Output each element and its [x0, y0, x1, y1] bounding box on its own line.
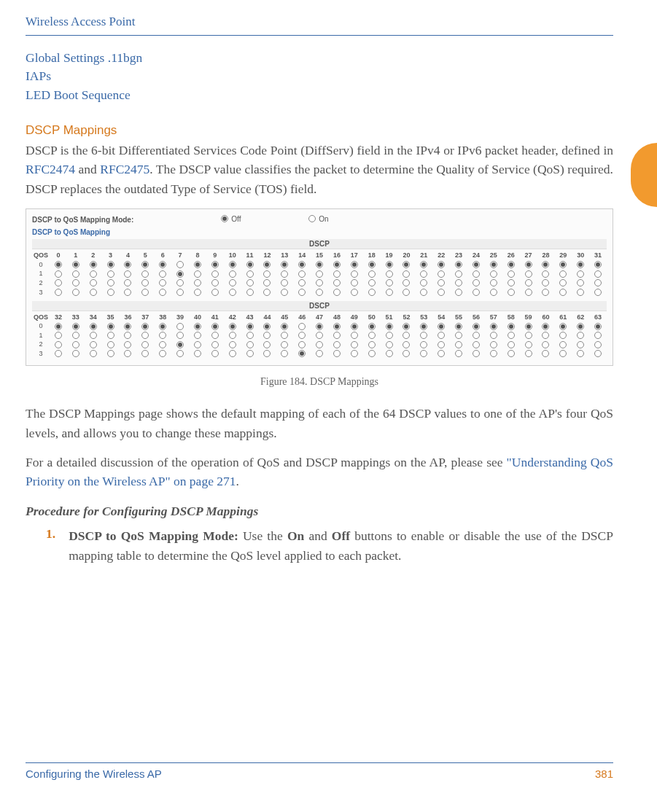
radio-dscp62-qos0[interactable] [577, 323, 584, 330]
radio-dscp36-qos2[interactable] [124, 341, 131, 348]
radio-dscp57-qos1[interactable] [490, 332, 497, 339]
radio-dscp45-qos1[interactable] [281, 332, 288, 339]
link-rfc2474[interactable]: RFC2474 [26, 162, 75, 176]
radio-dscp52-qos3[interactable] [403, 350, 410, 357]
radio-dscp45-qos0[interactable] [281, 323, 288, 330]
radio-dscp23-qos0[interactable] [455, 261, 462, 268]
radio-dscp30-qos3[interactable] [577, 289, 584, 296]
radio-dscp28-qos0[interactable] [542, 261, 549, 268]
radio-dscp58-qos0[interactable] [508, 323, 515, 330]
radio-dscp15-qos0[interactable] [316, 261, 323, 268]
radio-dscp28-qos1[interactable] [542, 270, 549, 278]
radio-dscp1-qos0[interactable] [72, 261, 79, 268]
radio-dscp58-qos2[interactable] [508, 341, 515, 348]
radio-dscp19-qos2[interactable] [386, 279, 393, 286]
radio-dscp46-qos1[interactable] [298, 332, 306, 339]
radio-dscp31-qos1[interactable] [594, 270, 602, 278]
radio-dscp8-qos2[interactable] [194, 279, 201, 286]
radio-dscp34-qos2[interactable] [90, 341, 97, 348]
radio-dscp11-qos0[interactable] [246, 261, 254, 268]
radio-dscp40-qos3[interactable] [194, 350, 201, 357]
radio-dscp57-qos3[interactable] [490, 350, 497, 357]
radio-dscp25-qos2[interactable] [490, 279, 497, 286]
radio-dscp16-qos1[interactable] [333, 270, 341, 278]
radio-dscp42-qos1[interactable] [229, 332, 236, 339]
radio-dscp31-qos0[interactable] [594, 261, 602, 268]
radio-dscp19-qos1[interactable] [386, 270, 393, 278]
radio-dscp56-qos3[interactable] [473, 350, 480, 357]
radio-dscp51-qos3[interactable] [386, 350, 393, 357]
radio-dscp61-qos0[interactable] [559, 323, 567, 330]
radio-dscp20-qos2[interactable] [403, 279, 410, 286]
radio-dscp32-qos3[interactable] [55, 350, 62, 357]
radio-dscp42-qos2[interactable] [229, 341, 236, 348]
radio-dscp26-qos1[interactable] [508, 270, 515, 278]
radio-dscp19-qos0[interactable] [386, 261, 393, 268]
radio-dscp21-qos3[interactable] [420, 289, 427, 296]
radio-dscp39-qos0[interactable] [176, 323, 184, 330]
radio-dscp14-qos0[interactable] [298, 261, 306, 268]
radio-dscp42-qos0[interactable] [229, 323, 236, 330]
radio-dscp18-qos3[interactable] [368, 289, 376, 296]
radio-dscp17-qos1[interactable] [351, 270, 358, 278]
radio-dscp7-qos3[interactable] [176, 289, 184, 296]
radio-dscp61-qos3[interactable] [559, 350, 567, 357]
radio-dscp2-qos2[interactable] [90, 279, 97, 286]
radio-dscp24-qos3[interactable] [473, 289, 480, 296]
radio-dscp62-qos3[interactable] [577, 350, 584, 357]
radio-dscp42-qos3[interactable] [229, 350, 236, 357]
radio-dscp61-qos2[interactable] [559, 341, 567, 348]
radio-dscp2-qos0[interactable] [90, 261, 97, 268]
radio-dscp36-qos3[interactable] [124, 350, 131, 357]
radio-dscp12-qos2[interactable] [263, 279, 271, 286]
radio-dscp38-qos2[interactable] [159, 341, 166, 348]
radio-dscp54-qos0[interactable] [438, 323, 445, 330]
radio-dscp18-qos2[interactable] [368, 279, 376, 286]
radio-dscp63-qos2[interactable] [594, 341, 602, 348]
radio-dscp35-qos0[interactable] [107, 323, 114, 330]
radio-dscp62-qos1[interactable] [577, 332, 584, 339]
xref-iaps[interactable]: IAPs [26, 67, 613, 85]
radio-dscp31-qos2[interactable] [594, 279, 602, 286]
radio-dscp27-qos2[interactable] [525, 279, 532, 286]
radio-dscp48-qos1[interactable] [333, 332, 341, 339]
radio-dscp40-qos0[interactable] [194, 323, 201, 330]
radio-dscp41-qos1[interactable] [211, 332, 219, 339]
xref-global-settings[interactable]: Global Settings .11bgn [26, 49, 613, 67]
radio-dscp17-qos0[interactable] [351, 261, 358, 268]
radio-dscp45-qos2[interactable] [281, 341, 288, 348]
radio-dscp54-qos2[interactable] [438, 341, 445, 348]
radio-dscp54-qos3[interactable] [438, 350, 445, 357]
radio-dscp15-qos3[interactable] [316, 289, 323, 296]
radio-dscp52-qos1[interactable] [403, 332, 410, 339]
radio-dscp16-qos2[interactable] [333, 279, 341, 286]
radio-dscp46-qos3[interactable] [298, 350, 306, 357]
radio-dscp51-qos0[interactable] [386, 323, 393, 330]
radio-dscp61-qos1[interactable] [559, 332, 567, 339]
radio-dscp0-qos2[interactable] [55, 279, 62, 286]
radio-dscp58-qos1[interactable] [508, 332, 515, 339]
radio-dscp34-qos1[interactable] [90, 332, 97, 339]
radio-dscp60-qos0[interactable] [542, 323, 549, 330]
radio-dscp56-qos1[interactable] [473, 332, 480, 339]
radio-dscp37-qos2[interactable] [141, 341, 149, 348]
radio-dscp60-qos3[interactable] [542, 350, 549, 357]
radio-dscp38-qos0[interactable] [159, 323, 166, 330]
radio-dscp3-qos1[interactable] [107, 270, 114, 278]
radio-dscp33-qos1[interactable] [72, 332, 79, 339]
radio-dscp2-qos1[interactable] [90, 270, 97, 278]
radio-dscp35-qos3[interactable] [107, 350, 114, 357]
radio-dscp25-qos3[interactable] [490, 289, 497, 296]
radio-dscp59-qos2[interactable] [525, 341, 532, 348]
radio-dscp53-qos3[interactable] [420, 350, 427, 357]
radio-dscp44-qos3[interactable] [263, 350, 271, 357]
radio-dscp52-qos0[interactable] [403, 323, 410, 330]
radio-dscp53-qos1[interactable] [420, 332, 427, 339]
radio-dscp8-qos1[interactable] [194, 270, 201, 278]
radio-dscp59-qos0[interactable] [525, 323, 532, 330]
radio-dscp37-qos3[interactable] [141, 350, 149, 357]
radio-dscp32-qos2[interactable] [55, 341, 62, 348]
radio-dscp46-qos0[interactable] [298, 323, 306, 330]
radio-dscp30-qos0[interactable] [577, 261, 584, 268]
radio-dscp0-qos3[interactable] [55, 289, 62, 296]
